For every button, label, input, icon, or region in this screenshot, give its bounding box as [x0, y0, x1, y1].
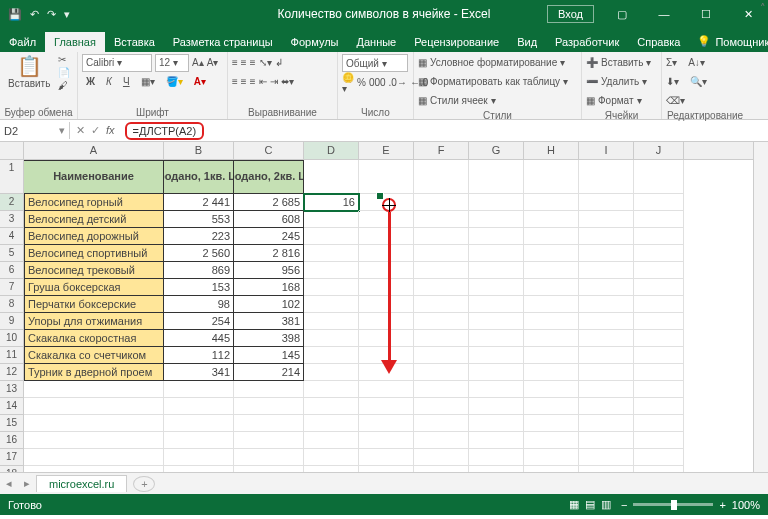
align-right-icon[interactable]: ≡	[250, 76, 256, 87]
row-header[interactable]: 16	[0, 432, 24, 449]
row-header[interactable]: 15	[0, 415, 24, 432]
cell[interactable]	[469, 194, 524, 211]
cell[interactable]	[579, 466, 634, 472]
sort-filter-icon[interactable]: A↓▾	[688, 57, 705, 68]
cell[interactable]: Велосипед детский	[24, 211, 164, 228]
cell[interactable]	[634, 432, 684, 449]
zoom-in-button[interactable]: +	[719, 499, 725, 511]
cell[interactable]	[469, 381, 524, 398]
cell[interactable]: Упоры для отжимания	[24, 313, 164, 330]
delete-cells-button[interactable]: ➖ Удалить▾	[586, 73, 651, 90]
cell[interactable]	[579, 228, 634, 245]
cell[interactable]	[304, 364, 359, 381]
cell[interactable]	[359, 466, 414, 472]
cell[interactable]	[359, 449, 414, 466]
cell[interactable]	[304, 381, 359, 398]
cell[interactable]	[164, 466, 234, 472]
cell[interactable]	[524, 364, 579, 381]
cell[interactable]	[579, 347, 634, 364]
cell[interactable]	[524, 262, 579, 279]
cell[interactable]	[414, 211, 469, 228]
cell[interactable]: 98	[164, 296, 234, 313]
cell[interactable]: Велосипед горный	[24, 194, 164, 211]
tab-developer[interactable]: Разработчик	[546, 32, 628, 52]
cell[interactable]	[469, 228, 524, 245]
cell[interactable]	[304, 398, 359, 415]
cell[interactable]: 245	[234, 228, 304, 245]
row-header[interactable]: 9	[0, 313, 24, 330]
decrease-font-icon[interactable]: A▾	[207, 57, 219, 68]
tab-page-layout[interactable]: Разметка страницы	[164, 32, 282, 52]
row-header[interactable]: 2	[0, 194, 24, 211]
cell[interactable]	[304, 296, 359, 313]
cell[interactable]	[234, 432, 304, 449]
align-middle-icon[interactable]: ≡	[241, 57, 247, 68]
cell[interactable]	[24, 449, 164, 466]
cell[interactable]	[414, 296, 469, 313]
cell[interactable]: 869	[164, 262, 234, 279]
inc-decimal-icon[interactable]: .0→	[389, 77, 407, 88]
cell[interactable]	[579, 160, 634, 194]
cell[interactable]	[579, 279, 634, 296]
cell[interactable]	[524, 381, 579, 398]
cell[interactable]	[634, 279, 684, 296]
cell[interactable]: 214	[234, 364, 304, 381]
cell[interactable]	[469, 296, 524, 313]
formula-input[interactable]: =ДЛСТР(A2)	[125, 122, 205, 140]
cell[interactable]	[234, 398, 304, 415]
tab-file[interactable]: Файл	[0, 32, 45, 52]
sheet-nav-next-icon[interactable]: ▸	[18, 477, 36, 490]
cell[interactable]	[164, 415, 234, 432]
cell[interactable]	[164, 398, 234, 415]
cell[interactable]	[469, 432, 524, 449]
cell[interactable]	[414, 228, 469, 245]
copy-icon[interactable]: 📄	[58, 67, 70, 78]
col-header-F[interactable]: F	[414, 142, 469, 159]
cell[interactable]	[304, 415, 359, 432]
cell[interactable]	[24, 415, 164, 432]
cell[interactable]	[634, 415, 684, 432]
vertical-scrollbar[interactable]	[753, 142, 768, 472]
cell[interactable]: 2 685	[234, 194, 304, 211]
cell[interactable]	[359, 228, 414, 245]
cell[interactable]: 341	[164, 364, 234, 381]
qat-more-icon[interactable]: ▾	[64, 8, 70, 21]
add-sheet-button[interactable]: +	[133, 476, 155, 492]
format-cells-button[interactable]: ▦ Формат▾	[586, 92, 651, 109]
row-header[interactable]: 4	[0, 228, 24, 245]
currency-icon[interactable]: 🪙▾	[342, 72, 354, 94]
cell[interactable]: 16	[304, 194, 359, 211]
fx-icon[interactable]: fx	[106, 124, 119, 137]
cell[interactable]	[634, 347, 684, 364]
col-header-G[interactable]: G	[469, 142, 524, 159]
cell[interactable]	[414, 313, 469, 330]
cell[interactable]	[359, 415, 414, 432]
zoom-out-button[interactable]: −	[621, 499, 627, 511]
cell[interactable]	[524, 228, 579, 245]
cell[interactable]	[414, 415, 469, 432]
cell[interactable]: 398	[234, 330, 304, 347]
cell[interactable]	[634, 466, 684, 472]
cell[interactable]	[634, 262, 684, 279]
cell[interactable]: 153	[164, 279, 234, 296]
cell[interactable]	[634, 211, 684, 228]
sheet-tab[interactable]: microexcel.ru	[36, 475, 127, 492]
cell[interactable]	[414, 279, 469, 296]
cell[interactable]	[24, 432, 164, 449]
cell[interactable]: Скакалка скоростная	[24, 330, 164, 347]
cell[interactable]: Продано, 2кв. Шт.	[234, 160, 304, 194]
cell[interactable]	[469, 466, 524, 472]
cell[interactable]	[524, 449, 579, 466]
cell[interactable]: 445	[164, 330, 234, 347]
cell[interactable]	[414, 466, 469, 472]
name-box[interactable]: D2▾	[0, 122, 70, 139]
enter-formula-icon[interactable]: ✓	[91, 124, 100, 137]
cell[interactable]	[524, 415, 579, 432]
increase-font-icon[interactable]: A▴	[192, 57, 204, 68]
cell[interactable]	[414, 449, 469, 466]
find-select-icon[interactable]: 🔍▾	[690, 76, 707, 87]
row-header[interactable]: 12	[0, 364, 24, 381]
font-name-combo[interactable]: Calibri▾	[82, 54, 152, 72]
maximize-button[interactable]: ☐	[686, 0, 726, 28]
cell[interactable]: 2 560	[164, 245, 234, 262]
